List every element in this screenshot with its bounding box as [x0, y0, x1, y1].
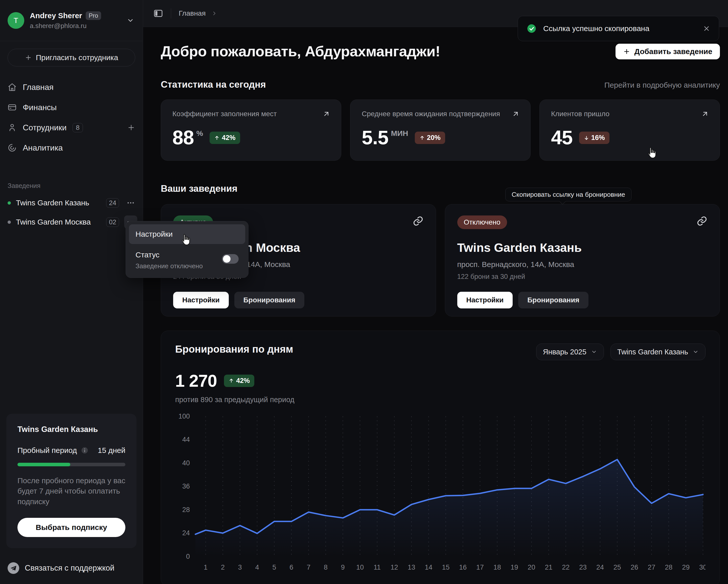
user-name: Andrey Sherer — [30, 11, 82, 20]
add-employee-icon[interactable] — [127, 123, 135, 132]
status-dot-gray — [7, 221, 11, 224]
plus-icon — [25, 54, 32, 61]
support-label: Связаться с поддержкой — [25, 563, 114, 573]
sidebar-item-employees[interactable]: Сотрудники 8 — [7, 117, 135, 138]
employees-count-badge: 8 — [73, 123, 83, 132]
sidebar-item-label: Аналитика — [23, 143, 63, 152]
status-badge: Отключено — [457, 216, 507, 229]
stat-value: 88 — [173, 128, 194, 147]
svg-text:28: 28 — [182, 506, 190, 513]
sidebar-item-finance[interactable]: Сотрудники Финансы — [7, 97, 135, 117]
contact-support[interactable]: Связаться с поддержкой — [0, 554, 143, 584]
stat-title: Среднее время ожидания подтверждения — [362, 110, 519, 118]
svg-text:11: 11 — [373, 563, 381, 571]
copy-link-icon[interactable] — [696, 216, 707, 227]
svg-text:5: 5 — [272, 563, 276, 571]
context-menu-settings[interactable]: Настройки — [129, 224, 245, 244]
venue-context-menu: Настройки Статус Заведение отключено — [126, 221, 249, 278]
svg-text:15: 15 — [442, 563, 449, 571]
arrow-up-right-icon — [701, 110, 709, 118]
venue-card-kazan: Отключено Twins Garden Казань просп. Вер… — [445, 204, 720, 316]
choose-subscription-button[interactable]: Выбрать подписку — [18, 518, 125, 537]
svg-text:25: 25 — [614, 563, 621, 571]
plus-icon — [623, 48, 630, 55]
chevron-down-icon[interactable] — [127, 17, 134, 24]
svg-text:23: 23 — [579, 563, 587, 571]
add-venue-button[interactable]: Добавить заведение — [616, 44, 720, 59]
trial-period-label: Пробный период — [18, 446, 77, 455]
venue-list: Twins Garden Казань 24 Twins Garden Моск… — [0, 190, 143, 232]
chevron-right-icon — [211, 10, 217, 17]
chevron-down-icon — [693, 349, 699, 355]
month-select[interactable]: Январь 2025 — [536, 343, 604, 360]
info-icon[interactable] — [81, 447, 88, 454]
close-icon[interactable] — [703, 25, 710, 32]
venue-count-badge: 24 — [106, 198, 119, 207]
trial-progress-bar — [18, 463, 125, 466]
svg-text:14: 14 — [425, 563, 433, 571]
bookings-button[interactable]: Бронирования — [518, 292, 589, 308]
toast-text: Ссылка успешно скопирована — [543, 24, 649, 33]
status-dot-green — [7, 201, 11, 204]
sidebar-venue-kazan[interactable]: Twins Garden Казань 24 — [7, 193, 137, 213]
settings-button[interactable]: Настройки — [173, 292, 229, 308]
chart-comparison-text: против 890 за предыдущий период — [175, 395, 705, 404]
stats-section-title: Статистика на сегодня — [161, 79, 266, 90]
sidebar-venue-moscow[interactable]: Twins Garden Москва 02 — [7, 213, 137, 232]
stat-card-wait-time[interactable]: Среднее время ожидания подтверждения 5.5… — [350, 100, 530, 161]
check-circle-icon — [526, 24, 537, 34]
venue-select[interactable]: Twins Garden Казань — [610, 343, 705, 360]
profile-section[interactable]: T Andrey Sherer Pro a.sherer@phlora.ru — [0, 0, 143, 41]
svg-text:20: 20 — [528, 563, 536, 571]
main-area: Главная Добро пожаловать, Абдурахмангадж… — [143, 0, 728, 584]
copy-link-icon[interactable] — [413, 216, 424, 227]
context-menu-status-row: Статус Заведение отключено — [129, 244, 245, 275]
trial-days-left: 15 дней — [98, 446, 125, 455]
status-toggle[interactable] — [222, 254, 239, 264]
stat-card-clients[interactable]: Клиентов пришло 45 16% — [540, 100, 720, 161]
sidebar-item-analytics[interactable]: Аналитика — [7, 138, 135, 158]
user-email: a.sherer@phlora.ru — [30, 22, 121, 30]
main-content: Добро пожаловать, Абдурахмангаджи! Стати… — [143, 27, 728, 584]
sidebar-toggle-icon[interactable] — [153, 8, 163, 19]
telegram-icon — [7, 562, 19, 574]
plan-badge: Pro — [86, 11, 101, 20]
settings-button[interactable]: Настройки — [457, 292, 513, 308]
svg-text:18: 18 — [493, 563, 501, 571]
topbar-divider — [171, 8, 171, 19]
trial-venue-name: Twins Garden Казань — [18, 425, 125, 434]
bookings-chart-card: Бронирования по дням Январь 2025 Twins G… — [161, 331, 720, 584]
bookings-line-chart: 1234567891011121314151617181920212223242… — [175, 413, 705, 577]
svg-text:3: 3 — [238, 563, 242, 571]
svg-text:19: 19 — [511, 563, 518, 571]
sidebar-item-label: Главная — [23, 83, 54, 92]
invite-employee-button[interactable]: Пригласить сотрудника — [7, 49, 135, 66]
detailed-analytics-link[interactable]: Перейти в подробную аналитику — [604, 81, 720, 89]
user-icon — [7, 123, 17, 132]
svg-text:7: 7 — [307, 563, 310, 571]
svg-text:1: 1 — [204, 563, 208, 571]
venue-count-badge: 02 — [106, 218, 119, 227]
status-label: Статус — [135, 251, 203, 259]
sidebar-item-home[interactable]: Главная — [7, 77, 135, 97]
stat-value: 5.5 — [362, 128, 388, 147]
analytics-icon — [7, 143, 17, 152]
svg-text:26: 26 — [631, 563, 638, 571]
venue-name: Twins Garden Москва — [16, 218, 91, 226]
stat-title: Клиентов пришло — [551, 110, 708, 118]
stat-card-occupancy[interactable]: Коэффициент заполнения мест 88 % 42% — [161, 100, 341, 161]
svg-text:24: 24 — [596, 563, 604, 571]
sidebar-item-label: Финансы — [23, 103, 57, 112]
breadcrumb[interactable]: Главная — [179, 9, 217, 18]
sidebar: T Andrey Sherer Pro a.sherer@phlora.ru П… — [0, 0, 143, 584]
trial-progress-fill — [18, 463, 70, 466]
venue-more-button[interactable] — [124, 196, 137, 210]
breadcrumb-home[interactable]: Главная — [179, 9, 206, 18]
toggle-knob — [223, 255, 231, 263]
trial-card: Twins Garden Казань Пробный период 15 дн… — [6, 414, 136, 548]
svg-text:0: 0 — [186, 553, 190, 560]
bookings-button[interactable]: Бронирования — [234, 292, 305, 308]
svg-text:100: 100 — [179, 413, 190, 420]
venue-card-bookings: 122 брони за 30 дней — [457, 273, 708, 281]
profile-info: Andrey Sherer Pro a.sherer@phlora.ru — [30, 11, 121, 30]
